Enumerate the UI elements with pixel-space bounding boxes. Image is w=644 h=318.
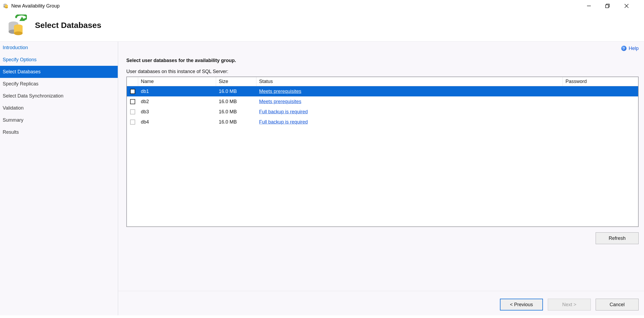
sidebar-item-specify-replicas[interactable]: Specify Replicas xyxy=(0,78,118,90)
page-title: Select Databases xyxy=(35,21,101,30)
close-button[interactable] xyxy=(617,0,636,12)
col-password[interactable]: Password xyxy=(563,77,638,86)
sidebar-item-specify-options[interactable]: Specify Options xyxy=(0,54,118,66)
row-checkbox-cell xyxy=(127,99,138,104)
row-status: Meets prerequisites xyxy=(256,89,563,94)
table-row[interactable]: db2 16.0 MB Meets prerequisites xyxy=(127,96,638,107)
previous-label: < Previous xyxy=(510,302,533,308)
window-controls xyxy=(579,0,644,12)
row-checkbox[interactable] xyxy=(130,89,135,94)
row-name: db2 xyxy=(138,99,216,104)
table-body: db1 16.0 MB Meets prerequisites db2 16.0… xyxy=(127,86,638,226)
row-size: 16.0 MB xyxy=(216,109,256,115)
svg-point-17 xyxy=(14,31,23,35)
col-status[interactable]: Status xyxy=(256,77,563,86)
help-label: Help xyxy=(629,46,639,51)
minimize-button[interactable] xyxy=(579,0,598,12)
refresh-button[interactable]: Refresh xyxy=(596,232,639,244)
sidebar-item-results[interactable]: Results xyxy=(0,126,118,138)
row-status: Full backup is required xyxy=(256,119,563,125)
database-refresh-icon xyxy=(5,15,27,36)
status-link[interactable]: Meets prerequisites xyxy=(259,89,301,94)
sidebar-item-select-data-sync[interactable]: Select Data Synchronization xyxy=(0,90,118,102)
row-size: 16.0 MB xyxy=(216,119,256,125)
col-size-label: Size xyxy=(219,79,228,84)
row-size: 16.0 MB xyxy=(216,99,256,104)
col-name-label: Name xyxy=(141,79,154,84)
wizard-main: ? Help Select user databases for the ava… xyxy=(118,42,644,315)
footer-divider xyxy=(118,291,644,291)
cancel-label: Cancel xyxy=(610,302,625,308)
refresh-row: Refresh xyxy=(126,227,641,244)
row-checkbox-cell xyxy=(127,89,138,94)
app-icon xyxy=(3,3,9,9)
refresh-label: Refresh xyxy=(609,236,625,241)
row-name: db3 xyxy=(138,109,216,115)
col-name[interactable]: Name xyxy=(138,77,216,86)
previous-button[interactable]: < Previous xyxy=(500,299,543,310)
sidebar-item-summary[interactable]: Summary xyxy=(0,114,118,126)
table-row[interactable]: db1 16.0 MB Meets prerequisites xyxy=(127,86,638,96)
help-row: ? Help xyxy=(126,42,641,55)
table-row[interactable]: db4 16.0 MB Full backup is required xyxy=(127,117,638,127)
sidebar-item-introduction[interactable]: Introduction xyxy=(0,42,118,54)
database-table: Name Size Status Password db1 16.0 MB Me… xyxy=(126,77,639,227)
col-password-label: Password xyxy=(566,79,587,84)
titlebar: New Availability Group xyxy=(0,0,644,12)
svg-point-5 xyxy=(5,7,8,8)
window-title: New Availability Group xyxy=(11,3,60,9)
svg-rect-8 xyxy=(606,5,609,8)
status-link[interactable]: Full backup is required xyxy=(259,109,308,114)
status-link[interactable]: Full backup is required xyxy=(259,119,308,125)
sidebar-item-label: Select Data Synchronization xyxy=(3,93,63,99)
row-name: db1 xyxy=(138,89,216,94)
help-icon: ? xyxy=(621,46,627,51)
col-checkbox[interactable] xyxy=(127,77,138,86)
sidebar-item-label: Specify Options xyxy=(3,57,37,62)
wizard-footer: < Previous Next > Cancel xyxy=(500,299,639,310)
table-header: Name Size Status Password xyxy=(127,77,638,86)
sidebar-item-validation[interactable]: Validation xyxy=(0,102,118,114)
maximize-button[interactable] xyxy=(598,0,617,12)
sidebar-item-label: Select Databases xyxy=(3,69,41,74)
col-size[interactable]: Size xyxy=(216,77,256,86)
row-checkbox[interactable] xyxy=(130,99,135,104)
row-status: Meets prerequisites xyxy=(256,99,563,104)
sidebar-item-label: Summary xyxy=(3,117,23,123)
section-title: Select user databases for the availabili… xyxy=(126,58,641,63)
next-label: Next > xyxy=(562,302,577,308)
sidebar-item-label: Validation xyxy=(3,105,24,111)
sidebar-item-label: Results xyxy=(3,129,19,135)
subtitle: User databases on this instance of SQL S… xyxy=(126,69,641,74)
help-link[interactable]: ? Help xyxy=(621,46,639,51)
sidebar-item-select-databases[interactable]: Select Databases xyxy=(0,66,118,78)
row-checkbox xyxy=(130,120,135,125)
table-row[interactable]: db3 16.0 MB Full backup is required xyxy=(127,107,638,117)
row-checkbox-cell xyxy=(127,109,138,114)
row-size: 16.0 MB xyxy=(216,89,256,94)
next-button: Next > xyxy=(548,299,591,310)
row-status: Full backup is required xyxy=(256,109,563,115)
header-area: Select Databases xyxy=(0,12,644,41)
sidebar-item-label: Introduction xyxy=(3,45,28,50)
row-checkbox-cell xyxy=(127,120,138,125)
wizard-sidebar: Introduction Specify Options Select Data… xyxy=(0,42,118,315)
cancel-button[interactable]: Cancel xyxy=(596,299,639,310)
row-name: db4 xyxy=(138,119,216,125)
sidebar-item-label: Specify Replicas xyxy=(3,81,38,86)
col-status-label: Status xyxy=(259,79,273,84)
wizard-body: Introduction Specify Options Select Data… xyxy=(0,41,644,315)
row-checkbox xyxy=(130,109,135,114)
status-link[interactable]: Meets prerequisites xyxy=(259,99,301,104)
